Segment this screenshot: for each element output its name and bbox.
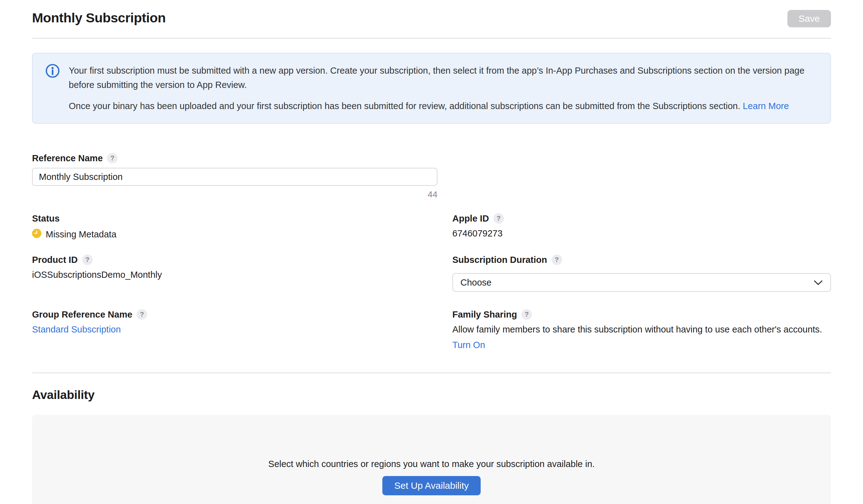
missing-metadata-clock-icon — [32, 229, 41, 240]
status-value: Missing Metadata — [32, 229, 452, 240]
banner-paragraph-1: Your first subscription must be submitte… — [69, 63, 818, 92]
fields-grid: Status Missing Metadata Apple ID ? 67460… — [32, 213, 831, 350]
status-label: Status — [32, 214, 60, 224]
product-id-label: Product ID — [32, 255, 78, 265]
field-subscription-duration: Subscription Duration ? Choose — [452, 255, 831, 292]
info-banner: Your first subscription must be submitte… — [32, 53, 831, 124]
apple-id-label: Apple ID — [452, 214, 489, 224]
help-icon[interactable]: ? — [522, 309, 532, 320]
field-group-reference-name: Group Reference Name ? Standard Subscrip… — [32, 309, 452, 350]
character-count: 44 — [32, 190, 437, 199]
page-title: Monthly Subscription — [32, 10, 166, 25]
availability-box: Select which countries or regions you wa… — [32, 415, 831, 504]
save-button[interactable]: Save — [787, 10, 831, 27]
field-product-id: Product ID ? iOSSubscriptionsDemo_Monthl… — [32, 255, 452, 292]
field-family-sharing: Family Sharing ? Allow family members to… — [452, 309, 831, 350]
help-icon[interactable]: ? — [82, 255, 93, 265]
field-status: Status Missing Metadata — [32, 213, 452, 240]
help-icon[interactable]: ? — [493, 213, 504, 224]
banner-paragraph-2: Once your binary has been uploaded and y… — [69, 99, 818, 113]
help-icon[interactable]: ? — [137, 309, 147, 320]
apple-id-value: 6746079273 — [452, 229, 831, 238]
info-icon — [45, 63, 60, 113]
availability-heading: Availability — [32, 388, 831, 402]
reference-name-label-row: Reference Name ? — [32, 153, 831, 164]
group-reference-name-link[interactable]: Standard Subscription — [32, 325, 121, 334]
help-icon[interactable]: ? — [107, 153, 117, 164]
subscription-duration-selected-value: Choose — [460, 277, 491, 288]
subscription-duration-label: Subscription Duration — [452, 255, 547, 265]
status-text: Missing Metadata — [46, 230, 116, 239]
family-sharing-turn-on-link[interactable]: Turn On — [452, 340, 485, 350]
chevron-down-icon — [814, 277, 823, 288]
availability-description: Select which countries or regions you wa… — [268, 459, 595, 469]
set-up-availability-button[interactable]: Set Up Availability — [382, 476, 481, 495]
header-divider — [32, 38, 831, 39]
family-sharing-label: Family Sharing — [452, 310, 517, 320]
field-apple-id: Apple ID ? 6746079273 — [452, 213, 831, 240]
page-header: Monthly Subscription Save — [32, 0, 831, 27]
help-icon[interactable]: ? — [552, 255, 562, 265]
reference-name-label: Reference Name — [32, 153, 103, 164]
subscription-detail-page: Monthly Subscription Save Your first sub… — [0, 0, 863, 504]
section-divider — [32, 373, 831, 373]
subscription-duration-select[interactable]: Choose — [452, 273, 831, 292]
learn-more-link[interactable]: Learn More — [743, 101, 789, 111]
info-banner-text: Your first subscription must be submitte… — [69, 63, 818, 113]
reference-name-input[interactable] — [32, 168, 437, 186]
group-reference-name-label: Group Reference Name — [32, 310, 132, 320]
reference-name-section: Reference Name ? 44 — [32, 153, 831, 199]
product-id-value: iOSSubscriptionsDemo_Monthly — [32, 270, 452, 279]
family-sharing-description: Allow family members to share this subsc… — [452, 325, 831, 334]
